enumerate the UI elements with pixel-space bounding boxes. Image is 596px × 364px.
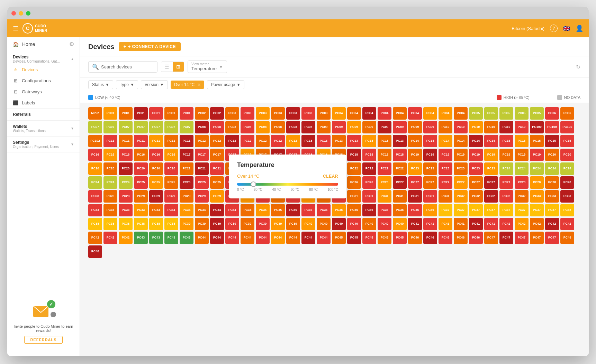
- device-tile[interactable]: PC16: [103, 149, 117, 161]
- device-tile[interactable]: PC24: [560, 162, 574, 175]
- device-tile[interactable]: PC37: [469, 204, 483, 216]
- device-tile[interactable]: PC42: [545, 218, 559, 230]
- device-tile[interactable]: PC11: [149, 135, 163, 147]
- device-tile[interactable]: PC45: [362, 232, 376, 244]
- device-tile[interactable]: PC18: [393, 149, 407, 161]
- device-tile[interactable]: PC29: [134, 190, 148, 203]
- device-tile[interactable]: PC07: [119, 121, 133, 133]
- connect-device-button[interactable]: + + CONNECT A DEVICE: [119, 42, 181, 51]
- language-icon[interactable]: 🇬🇧: [563, 25, 570, 32]
- device-tile[interactable]: PC19: [469, 149, 483, 161]
- device-tile[interactable]: PC08: [210, 121, 224, 133]
- device-tile[interactable]: PC20: [164, 162, 178, 175]
- device-tile[interactable]: PC34: [210, 204, 224, 216]
- device-tile[interactable]: PC45: [378, 232, 391, 244]
- device-tile[interactable]: PC46: [454, 232, 468, 244]
- device-tile[interactable]: Minin: [88, 107, 102, 120]
- device-tile[interactable]: PC11: [134, 135, 148, 147]
- device-tile[interactable]: PC39: [180, 218, 193, 230]
- device-tile[interactable]: PC08: [301, 121, 315, 133]
- device-tile[interactable]: PC37: [484, 204, 498, 216]
- sidebar-item-gateways[interactable]: ⊡ Gateways: [7, 86, 80, 97]
- device-tile[interactable]: PC25: [149, 176, 163, 189]
- device-tile[interactable]: PC38: [103, 218, 117, 230]
- device-tile[interactable]: PC04: [408, 107, 422, 120]
- device-tile[interactable]: PC31: [439, 190, 452, 203]
- device-tile[interactable]: PC03: [286, 107, 300, 120]
- device-tile[interactable]: PC11: [180, 135, 193, 147]
- device-tile[interactable]: PC17: [180, 149, 193, 161]
- device-tile[interactable]: PC36: [332, 204, 346, 216]
- device-tile[interactable]: PC32: [454, 190, 468, 203]
- device-tile[interactable]: PC23: [423, 162, 437, 175]
- device-tile[interactable]: PC44: [271, 232, 285, 244]
- device-tile[interactable]: PC29: [164, 190, 178, 203]
- device-tile[interactable]: PC12: [286, 135, 300, 147]
- device-tile[interactable]: PC28: [515, 176, 529, 189]
- device-tile[interactable]: PC38: [560, 204, 574, 216]
- device-tile[interactable]: PC38: [88, 218, 102, 230]
- device-tile[interactable]: PC24: [530, 162, 544, 175]
- device-tile[interactable]: PC27: [499, 176, 513, 189]
- device-tile[interactable]: PC26: [378, 176, 391, 189]
- device-tile[interactable]: PC31: [423, 190, 437, 203]
- device-tile[interactable]: PC37: [439, 204, 452, 216]
- device-tile[interactable]: PC25: [195, 176, 209, 189]
- device-tile[interactable]: PC04: [347, 107, 361, 120]
- device-tile[interactable]: PC47: [515, 232, 529, 244]
- device-tile[interactable]: PC02: [210, 107, 224, 120]
- device-tile[interactable]: PC43: [180, 232, 193, 244]
- device-tile[interactable]: PC36: [362, 204, 376, 216]
- device-tile[interactable]: PC37: [499, 204, 513, 216]
- device-tile[interactable]: PC36: [347, 204, 361, 216]
- device-tile[interactable]: PC45: [347, 232, 361, 244]
- device-tile[interactable]: PC39: [286, 218, 300, 230]
- device-tile[interactable]: PC04: [423, 107, 437, 120]
- device-tile[interactable]: PC31: [378, 190, 391, 203]
- device-tile[interactable]: PC100: [545, 121, 559, 133]
- device-tile[interactable]: PC29: [195, 190, 209, 203]
- type-filter-button[interactable]: Type ▼: [116, 80, 138, 89]
- device-tile[interactable]: PC09: [362, 121, 376, 133]
- device-tile[interactable]: PC29: [210, 190, 224, 203]
- device-tile[interactable]: PC28: [103, 190, 117, 203]
- device-tile[interactable]: PC10: [454, 121, 468, 133]
- device-tile[interactable]: PC19: [408, 149, 422, 161]
- device-tile[interactable]: PC15: [560, 135, 574, 147]
- device-tile[interactable]: PC100: [530, 121, 544, 133]
- device-tile[interactable]: PC36: [408, 204, 422, 216]
- device-tile[interactable]: PC05: [484, 107, 498, 120]
- device-tile[interactable]: PC09: [347, 121, 361, 133]
- device-tile[interactable]: PC22: [393, 162, 407, 175]
- device-tile[interactable]: PC28: [560, 176, 574, 189]
- device-tile[interactable]: PC10: [484, 121, 498, 133]
- device-tile[interactable]: PC25: [164, 176, 178, 189]
- device-tile[interactable]: PC05: [469, 107, 483, 120]
- device-tile[interactable]: PC17: [210, 149, 224, 161]
- device-tile[interactable]: PC26: [362, 176, 376, 189]
- device-tile[interactable]: PC20: [545, 149, 559, 161]
- minimize-btn[interactable]: [19, 11, 23, 16]
- device-tile[interactable]: PC44: [317, 232, 331, 244]
- device-tile[interactable]: PC10: [439, 121, 452, 133]
- device-tile[interactable]: PC44: [195, 232, 209, 244]
- device-tile[interactable]: PC08: [286, 121, 300, 133]
- help-icon[interactable]: ?: [550, 25, 558, 32]
- device-tile[interactable]: PC08: [241, 121, 254, 133]
- device-tile[interactable]: PC20: [560, 149, 574, 161]
- device-tile[interactable]: PC09: [332, 121, 346, 133]
- device-tile[interactable]: PC28: [88, 190, 102, 203]
- maximize-btn[interactable]: [26, 11, 30, 16]
- sidebar-wallets-header[interactable]: Wallets Wallets, Transactions ▼: [7, 121, 80, 136]
- device-tile[interactable]: PC14: [484, 135, 498, 147]
- device-tile[interactable]: PC40: [393, 218, 407, 230]
- device-tile[interactable]: PC35: [301, 204, 315, 216]
- device-tile[interactable]: PC06: [560, 107, 574, 120]
- device-tile[interactable]: PC14: [423, 135, 437, 147]
- device-tile[interactable]: PC48: [88, 245, 102, 258]
- device-tile[interactable]: PC22: [347, 162, 361, 175]
- device-tile[interactable]: PC31: [347, 190, 361, 203]
- device-tile[interactable]: PC41: [484, 218, 498, 230]
- device-tile[interactable]: PC47: [499, 232, 513, 244]
- device-tile[interactable]: PC42: [560, 218, 574, 230]
